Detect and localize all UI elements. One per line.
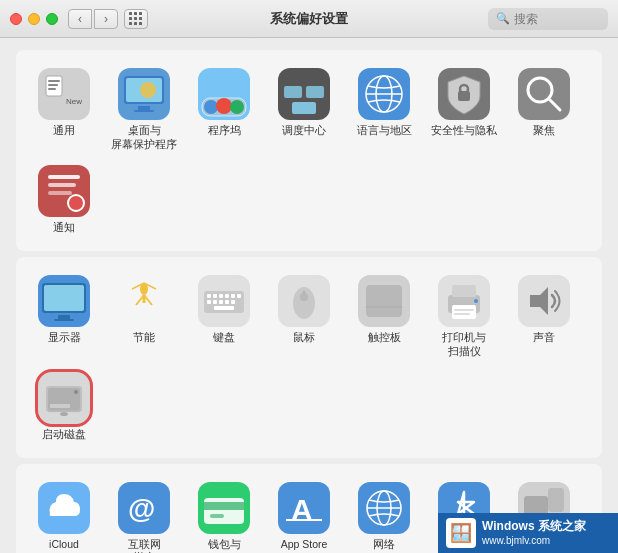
icon-item-spotlight[interactable]: 聚焦 (504, 60, 584, 157)
svg-rect-87 (204, 498, 244, 524)
icon-item-energy[interactable]: 节能 (104, 267, 184, 364)
svg-rect-34 (48, 191, 72, 195)
internet-icon: @ (118, 482, 170, 534)
spotlight-icon (518, 68, 570, 120)
svg-rect-88 (204, 502, 244, 510)
sound-label: 声音 (533, 331, 555, 345)
sound-icon (518, 275, 570, 327)
language-label: 语言与地区 (357, 124, 412, 138)
keyboard-label: 键盘 (213, 331, 235, 345)
startup-label: 启动磁盘 (42, 428, 86, 442)
svg-rect-49 (213, 294, 217, 298)
watermark-logo: 🪟 (446, 518, 476, 548)
svg-rect-58 (231, 300, 235, 304)
icon-item-trackpad[interactable]: 触控板 (344, 267, 424, 364)
main-content: New 通用 桌面与屏幕保护程序 (0, 38, 618, 553)
printer-label: 打印机与扫描仪 (442, 331, 486, 358)
search-box[interactable]: 🔍 (488, 8, 608, 30)
appstore-label: App Store (281, 538, 328, 552)
general-label: 通用 (53, 124, 75, 138)
mouse-icon (278, 275, 330, 327)
svg-rect-56 (219, 300, 223, 304)
titlebar: ‹ › 系统偏好设置 🔍 (0, 0, 618, 38)
icon-item-keyboard[interactable]: 键盘 (184, 267, 264, 364)
svg-rect-32 (48, 175, 80, 179)
minimize-button[interactable] (28, 13, 40, 25)
svg-rect-54 (207, 300, 211, 304)
icon-item-icloud[interactable]: iCloud (24, 474, 104, 553)
svg-rect-3 (48, 84, 58, 86)
back-button[interactable]: ‹ (68, 9, 92, 29)
forward-button[interactable]: › (94, 9, 118, 29)
icon-item-wallet[interactable]: 钱包与Apple Pay (184, 474, 264, 553)
svg-rect-55 (213, 300, 217, 304)
svg-rect-2 (48, 80, 60, 82)
icon-item-startup[interactable]: 启动磁盘 (24, 364, 104, 448)
svg-rect-89 (210, 514, 224, 518)
mission-icon (278, 68, 330, 120)
energy-label: 节能 (133, 331, 155, 345)
notify-label: 通知 (53, 221, 75, 235)
icon-item-appstore[interactable]: A App Store (264, 474, 344, 553)
keyboard-icon (198, 275, 250, 327)
icon-item-mouse[interactable]: 鼠标 (264, 267, 344, 364)
window-title: 系统偏好设置 (270, 10, 348, 28)
svg-rect-65 (366, 285, 402, 317)
icon-item-sound[interactable]: 声音 (504, 267, 584, 364)
section-row1: New 通用 桌面与屏幕保护程序 (16, 50, 602, 251)
traffic-lights (10, 13, 58, 25)
watermark-text: Windows 系统之家 www.bjmlv.com (482, 519, 586, 548)
svg-text:New: New (66, 97, 82, 106)
desktop-label: 桌面与屏幕保护程序 (111, 124, 177, 151)
security-label: 安全性与隐私 (431, 124, 497, 138)
svg-rect-100 (548, 488, 564, 512)
svg-rect-19 (306, 86, 324, 98)
icon-item-general[interactable]: New 通用 (24, 60, 104, 157)
icon-item-network[interactable]: 网络 (344, 474, 424, 553)
mouse-label: 鼠标 (293, 331, 315, 345)
icon-item-dock[interactable]: 程序坞 (184, 60, 264, 157)
svg-text:@: @ (128, 493, 155, 524)
close-button[interactable] (10, 13, 22, 25)
svg-point-81 (74, 390, 78, 394)
icon-item-mission[interactable]: 调度中心 (264, 60, 344, 157)
icon-item-notify[interactable]: 通知 (24, 157, 104, 241)
maximize-button[interactable] (46, 13, 58, 25)
svg-point-9 (140, 82, 156, 98)
svg-rect-50 (219, 294, 223, 298)
startup-icon (38, 372, 90, 424)
energy-icon (118, 275, 170, 327)
language-icon (358, 68, 410, 120)
svg-rect-82 (50, 404, 70, 408)
grid-view-button[interactable] (124, 9, 148, 29)
dock-label: 程序坞 (208, 124, 241, 138)
svg-rect-57 (225, 300, 229, 304)
svg-text:A: A (291, 493, 313, 526)
icon-item-desktop[interactable]: 桌面与屏幕保护程序 (104, 60, 184, 157)
icon-item-printer[interactable]: 打印机与扫描仪 (424, 267, 504, 364)
svg-rect-28 (518, 68, 570, 120)
icon-item-language[interactable]: 语言与地区 (344, 60, 424, 157)
svg-rect-70 (452, 305, 476, 319)
svg-rect-71 (454, 309, 474, 311)
printer-icon (438, 275, 490, 327)
watermark-line2: www.bjmlv.com (482, 534, 586, 547)
notify-icon (38, 165, 90, 217)
wallet-icon (198, 482, 250, 534)
dock-icon (198, 68, 250, 120)
svg-point-63 (300, 293, 308, 301)
svg-rect-40 (54, 319, 74, 321)
svg-rect-69 (452, 285, 476, 297)
svg-rect-53 (237, 294, 241, 298)
icon-item-security[interactable]: 安全性与隐私 (424, 60, 504, 157)
internet-label: 互联网帐户 (128, 538, 161, 553)
icon-item-display[interactable]: 显示器 (24, 267, 104, 364)
icon-item-internet[interactable]: @ 互联网帐户 (104, 474, 184, 553)
svg-rect-10 (138, 106, 150, 110)
icons-row-1: New 通用 桌面与屏幕保护程序 (24, 60, 594, 241)
icloud-label: iCloud (49, 538, 79, 552)
search-input[interactable] (514, 12, 594, 26)
section-row2: 显示器 节能 (16, 257, 602, 458)
svg-rect-18 (284, 86, 302, 98)
svg-point-73 (474, 299, 478, 303)
